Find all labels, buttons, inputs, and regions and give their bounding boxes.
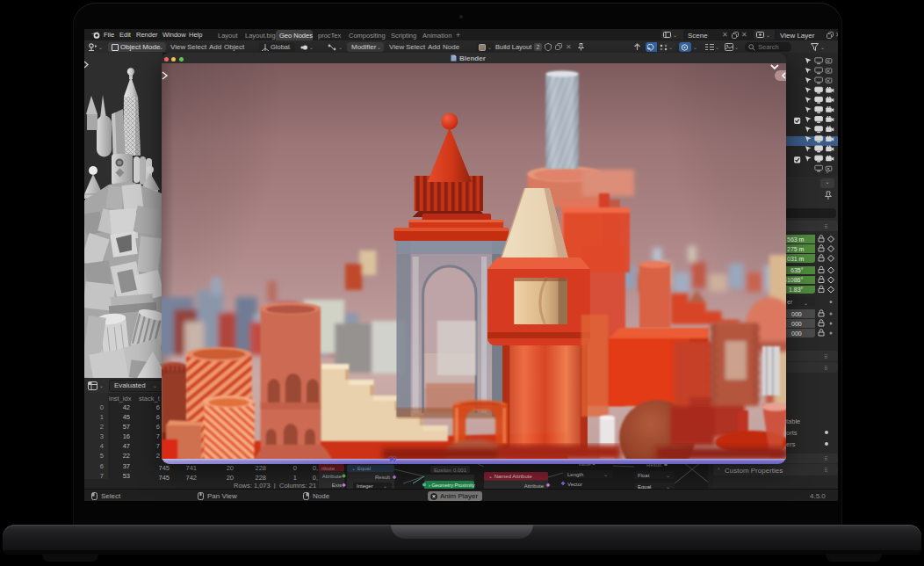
svg-text:⌄: ⌄: [603, 472, 608, 477]
svg-text:⌄ Equal: ⌄ Equal: [351, 466, 371, 471]
svg-text:Float: Float: [638, 473, 650, 478]
svg-text:0.001: 0.001: [453, 468, 467, 473]
svg-text:› Geometry Proximity: › Geometry Proximity: [429, 483, 475, 488]
svg-text:Length: Length: [567, 472, 583, 477]
svg-text:Attribute: Attribute: [524, 483, 545, 489]
svg-text:⌄: ⌄: [666, 473, 670, 478]
svg-text:Epsilon: Epsilon: [434, 468, 451, 473]
svg-text:Exis: Exis: [332, 483, 342, 488]
svg-text:ribute: ribute: [321, 466, 336, 471]
svg-text:Result: Result: [375, 475, 390, 480]
svg-text:Attribute: Attribute: [322, 474, 343, 479]
svg-text:⌄ Named Attribute: ⌄ Named Attribute: [488, 474, 532, 479]
svg-text:Vector: Vector: [567, 482, 582, 487]
